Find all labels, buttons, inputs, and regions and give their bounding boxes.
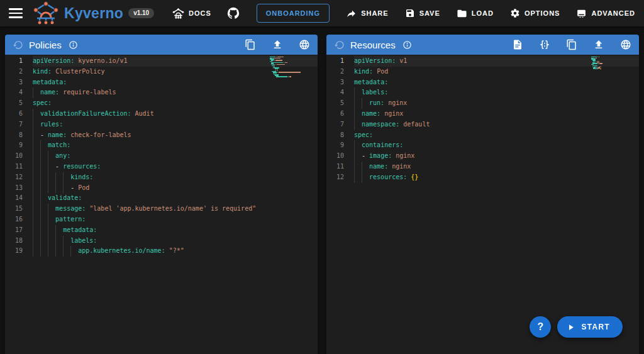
code-line[interactable]: 9containers: <box>326 140 639 151</box>
code-line[interactable]: 9match: <box>5 140 318 151</box>
line-number: 9 <box>5 140 23 151</box>
line-content: - name: check-for-labels <box>33 130 318 141</box>
code-line[interactable]: 19app.kubernetes.io/name: "?*" <box>5 246 318 257</box>
policies-editor[interactable]: 1apiVersion: kyverno.io/v12kind: Cluster… <box>5 55 318 354</box>
minimap-line <box>270 76 309 77</box>
upload-icon[interactable] <box>272 39 283 50</box>
line-content: spec: <box>33 98 318 109</box>
line-content: - resources: <box>33 162 318 172</box>
share-icon <box>346 8 357 19</box>
code-line[interactable]: 12resources: {} <box>326 172 639 183</box>
line-content: run: nginx <box>354 98 639 109</box>
line-number: 7 <box>5 119 23 130</box>
resources-editor[interactable]: 1apiVersion: v12kind: Pod3metadata:4labe… <box>326 55 639 354</box>
line-number: 2 <box>5 67 23 77</box>
onboarding-button[interactable]: ONBOARDING <box>257 4 330 23</box>
resources-minimap[interactable] <box>591 57 630 70</box>
line-number: 9 <box>326 140 344 151</box>
code-line[interactable]: 7namespace: default <box>326 119 639 130</box>
info-icon[interactable] <box>402 40 412 50</box>
code-line[interactable]: 13- Pod <box>5 183 318 194</box>
policies-title: Policies <box>29 40 62 50</box>
code-line[interactable]: 4name: require-labels <box>5 87 318 98</box>
line-content: kinds: <box>33 172 318 183</box>
start-button[interactable]: START <box>557 316 623 338</box>
code-line[interactable]: 7rules: <box>5 119 318 130</box>
line-number: 13 <box>5 183 23 194</box>
line-number: 6 <box>5 109 23 119</box>
docs-icon <box>172 8 184 19</box>
options-button[interactable]: OPTIONS <box>510 8 560 18</box>
line-content: name: require-labels <box>33 87 318 98</box>
line-number: 4 <box>326 87 344 98</box>
line-content: metadata: <box>33 77 318 88</box>
advanced-button[interactable]: ADVANCED <box>576 8 635 19</box>
line-number: 1 <box>5 56 23 67</box>
upload-icon[interactable] <box>593 39 604 50</box>
line-number: 2 <box>326 67 344 77</box>
policies-panel-header: Policies <box>5 35 318 55</box>
resources-title: Resources <box>350 40 396 50</box>
save-button[interactable]: SAVE <box>405 8 440 18</box>
code-line[interactable]: 3metadata: <box>5 77 318 88</box>
policies-minimap[interactable] <box>270 57 309 77</box>
line-content: spec: <box>354 130 639 141</box>
code-line[interactable]: 15message: "label 'app.kubernetes.io/nam… <box>5 204 318 214</box>
line-content: match: <box>33 140 318 151</box>
info-icon[interactable] <box>69 40 78 50</box>
floating-actions: ? START <box>530 316 623 338</box>
line-content: namespace: default <box>354 119 639 130</box>
copy-icon[interactable] <box>566 39 577 50</box>
line-content: app.kubernetes.io/name: "?*" <box>33 246 318 257</box>
code-line[interactable]: 6validationFailureAction: Audit <box>5 109 318 119</box>
app-title: Kyverno <box>64 5 123 22</box>
line-content: any: <box>33 151 318 162</box>
code-line[interactable]: 10- image: nginx <box>326 151 639 162</box>
line-content: validationFailureAction: Audit <box>33 109 318 119</box>
line-number: 7 <box>326 119 344 130</box>
restore-icon[interactable] <box>13 40 23 50</box>
code-line[interactable]: 5run: nginx <box>326 98 639 109</box>
docs-button[interactable]: DOCS <box>172 8 211 19</box>
resources-panel-header: Resources <box>326 35 639 55</box>
code-line[interactable]: 8spec: <box>326 130 639 141</box>
line-number: 1 <box>326 56 344 67</box>
restore-icon[interactable] <box>334 40 345 50</box>
code-line[interactable]: 3metadata: <box>326 77 639 88</box>
file-document-icon[interactable] <box>512 39 523 50</box>
web-icon[interactable] <box>299 39 310 50</box>
help-button[interactable]: ? <box>530 316 551 338</box>
code-line[interactable]: 12kinds: <box>5 172 318 183</box>
code-json-icon[interactable] <box>539 39 550 50</box>
workspace: Policies 1apiVersion: kyverno.io/v12kind… <box>0 26 644 354</box>
line-content: containers: <box>354 140 639 151</box>
web-icon[interactable] <box>620 39 631 50</box>
line-number: 5 <box>326 98 344 109</box>
line-number: 10 <box>326 151 344 162</box>
line-number: 3 <box>326 77 344 88</box>
github-button[interactable] <box>226 6 240 20</box>
code-line[interactable]: 11name: nginx <box>326 162 639 172</box>
load-button[interactable]: LOAD <box>457 8 494 19</box>
code-line[interactable]: 5spec: <box>5 98 318 109</box>
code-line[interactable]: 14validate: <box>5 193 318 204</box>
github-icon <box>226 6 240 20</box>
line-content: name: nginx <box>354 162 639 172</box>
code-line[interactable]: 4labels: <box>326 87 639 98</box>
code-line[interactable]: 16pattern: <box>5 214 318 225</box>
code-line[interactable]: 17metadata: <box>5 225 318 236</box>
code-line[interactable]: 18labels: <box>5 236 318 246</box>
line-content: labels: <box>354 87 639 98</box>
code-line[interactable]: 6name: nginx <box>326 109 639 119</box>
code-line[interactable]: 11- resources: <box>5 162 318 172</box>
line-content: - image: nginx <box>354 151 639 162</box>
line-number: 5 <box>5 98 23 109</box>
policies-panel: Policies 1apiVersion: kyverno.io/v12kind… <box>5 35 318 354</box>
menu-icon[interactable] <box>9 8 23 18</box>
line-content: metadata: <box>354 77 639 88</box>
copy-icon[interactable] <box>245 39 256 50</box>
code-line[interactable]: 10any: <box>5 151 318 162</box>
share-button[interactable]: SHARE <box>346 8 389 19</box>
line-content: metadata: <box>33 225 318 236</box>
code-line[interactable]: 8- name: check-for-labels <box>5 130 318 141</box>
